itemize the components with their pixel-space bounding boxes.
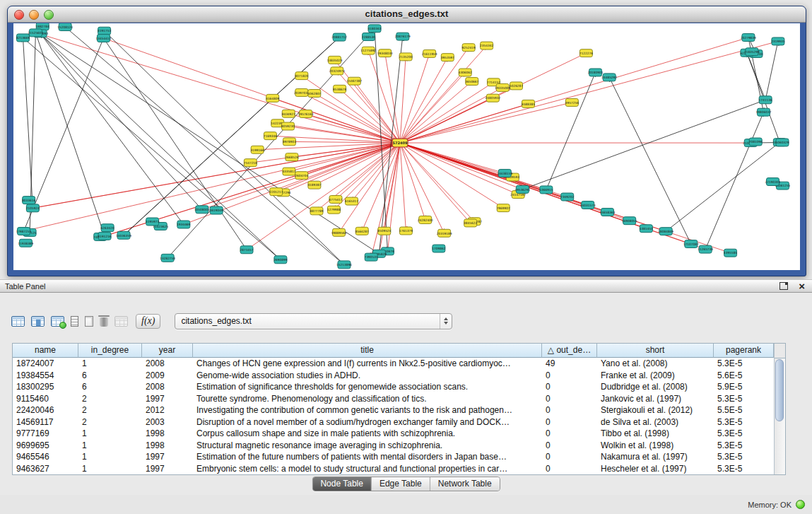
network-canvas[interactable]: 5109593241471977969907147587873845622203… <box>13 23 800 270</box>
graph-edge[interactable] <box>257 143 400 150</box>
graph-node[interactable]: 1934469 <box>177 221 190 228</box>
graph-node[interactable]: 17987255 <box>16 228 32 235</box>
graph-node[interactable]: 20324973 <box>329 67 345 75</box>
graph-node[interactable]: 20279839 <box>741 34 756 42</box>
graph-node[interactable]: 11275892 <box>360 47 376 54</box>
graph-node[interactable]: 2871457 <box>240 246 254 254</box>
graph-node[interactable]: 15208124 <box>57 23 73 31</box>
graph-node[interactable]: 16908055 <box>622 217 637 225</box>
graph-node[interactable]: 1279988 <box>327 206 341 214</box>
graph-edge[interactable] <box>546 72 596 189</box>
graph-node[interactable]: 7969907 <box>497 204 510 212</box>
column-header-name[interactable]: name <box>13 344 78 358</box>
graph-node[interactable]: 24282400 <box>418 216 433 223</box>
graph-node[interactable]: 2690899 <box>273 256 287 264</box>
table-row[interactable]: 1872400712008Changes of HCN gene express… <box>13 358 774 370</box>
column-header-out_degree[interactable]: △ out_de… <box>542 344 597 358</box>
table-row[interactable]: 977716911998Corpus callosum shape and si… <box>13 428 774 440</box>
graph-node[interactable]: 5060329 <box>775 139 789 146</box>
graph-node[interactable]: 6588385 <box>522 100 535 107</box>
graph-edge[interactable] <box>40 33 202 209</box>
graph-node[interactable]: 21835299 <box>744 48 760 56</box>
fx-button[interactable]: f(x) <box>136 314 160 329</box>
graph-node[interactable]: 18084849 <box>658 228 673 235</box>
graph-edge[interactable] <box>400 143 518 194</box>
graph-edge[interactable] <box>400 143 425 220</box>
graph-edge[interactable] <box>400 98 493 143</box>
graph-node[interactable]: 7547218 <box>244 159 257 167</box>
graph-node[interactable]: 3650667 <box>465 78 478 86</box>
network-window-titlebar[interactable]: citations_edges.txt <box>8 6 806 23</box>
graph-edge[interactable] <box>314 93 400 143</box>
graph-node[interactable]: 4189387 <box>307 181 321 189</box>
tab-network-table[interactable]: Network Table <box>430 477 500 491</box>
graph-edge[interactable] <box>40 33 379 253</box>
graph-node[interactable]: 5026287 <box>510 82 523 90</box>
table-row[interactable]: 2242004622012Investigating the contribut… <box>13 404 774 416</box>
graph-node[interactable]: 21525601 <box>28 29 44 37</box>
graph-edge[interactable] <box>400 103 572 143</box>
graph-node[interactable]: 19806037 <box>756 108 772 116</box>
graph-edge[interactable] <box>104 38 247 250</box>
graph-node[interactable]: 10508001 <box>194 206 210 214</box>
graph-node[interactable]: 7081096 <box>749 138 763 146</box>
table-options-icon[interactable] <box>11 316 25 327</box>
graph-node[interactable]: 11938389 <box>18 239 34 247</box>
graph-node[interactable]: 20876179 <box>395 33 411 40</box>
graph-hub-node[interactable]: 572409 <box>392 139 408 147</box>
graph-node[interactable]: 2135200 <box>399 53 413 61</box>
graph-node[interactable]: 2319935 <box>771 37 784 45</box>
graph-node[interactable]: 6165317 <box>345 197 358 205</box>
graph-node[interactable]: 4164809 <box>266 94 279 102</box>
minimize-button[interactable] <box>29 10 39 20</box>
graph-node[interactable]: 19576163 <box>298 110 314 118</box>
graph-node[interactable]: 4180343 <box>368 25 382 33</box>
graph-node[interactable]: 13282758 <box>160 254 175 262</box>
float-panel-icon[interactable] <box>779 282 788 290</box>
graph-edge[interactable] <box>354 81 400 143</box>
graph-node[interactable]: 21611959 <box>422 49 437 57</box>
graph-node[interactable]: 4395585 <box>724 249 737 257</box>
graph-node[interactable]: 4191753 <box>98 27 111 35</box>
graph-edge[interactable] <box>705 112 763 250</box>
graph-edge[interactable] <box>400 47 469 143</box>
tab-edge-table[interactable]: Edge Table <box>371 477 430 491</box>
table-row[interactable]: 1456911722003Disruption of a novel membe… <box>13 416 774 428</box>
graph-node[interactable]: 15467387 <box>346 77 362 85</box>
graph-edge[interactable] <box>400 143 505 173</box>
table-row[interactable]: 969969511998Structural magnetic resonanc… <box>13 440 774 452</box>
graph-edge[interactable] <box>23 37 280 259</box>
graph-node[interactable]: 2668526 <box>285 153 298 161</box>
graph-edge[interactable] <box>40 33 184 224</box>
graph-node[interactable]: 8059230 <box>281 122 295 130</box>
show-columns-icon[interactable] <box>31 316 45 327</box>
graph-node[interactable]: 9252419 <box>462 44 476 52</box>
graph-node[interactable]: 20319189 <box>437 229 452 237</box>
graph-node[interactable]: 1619049 <box>210 206 223 214</box>
graph-node[interactable]: 1761379 <box>399 227 413 235</box>
graph-node[interactable]: 8213669 <box>16 34 30 42</box>
graph-edge[interactable] <box>167 28 375 258</box>
graph-node[interactable]: 13835023 <box>327 56 343 64</box>
graph-edge[interactable] <box>24 143 400 231</box>
table-row[interactable]: 1830029562008Estimation of significance … <box>13 381 774 393</box>
delete-table-icon[interactable] <box>100 317 108 327</box>
table-scrollbar[interactable] <box>774 344 785 474</box>
graph-node[interactable]: 19348033 <box>377 49 393 57</box>
graph-node[interactable]: 3953597 <box>441 54 454 62</box>
graph-node[interactable]: 8538678 <box>333 85 346 93</box>
graph-edge[interactable] <box>400 82 493 143</box>
tab-node-table[interactable]: Node Table <box>312 477 371 491</box>
graph-node[interactable]: 19889564 <box>331 228 347 236</box>
graph-node[interactable]: 1741136 <box>759 96 772 104</box>
graph-node[interactable]: 11265738 <box>698 245 713 253</box>
graph-edge[interactable] <box>522 100 765 189</box>
row-height-icon[interactable] <box>71 316 78 327</box>
graph-node[interactable]: 19536291 <box>514 185 530 193</box>
memory-status-icon[interactable] <box>796 500 805 509</box>
graph-node[interactable]: 4335817 <box>282 168 295 175</box>
graph-node[interactable]: 24485292 <box>601 74 617 81</box>
add-column-icon[interactable] <box>51 316 64 327</box>
graph-node[interactable]: 13454411 <box>96 34 112 42</box>
graph-node[interactable]: 2604704 <box>295 172 308 180</box>
